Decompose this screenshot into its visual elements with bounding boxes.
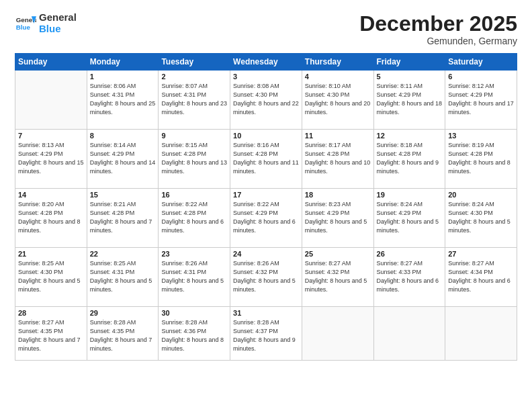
calendar-cell: 3Sunrise: 8:08 AMSunset: 4:30 PMDaylight… [230, 71, 302, 130]
calendar-cell: 8Sunrise: 8:14 AMSunset: 4:29 PMDaylight… [87, 130, 159, 189]
day-number: 17 [233, 191, 299, 199]
calendar-cell: 23Sunrise: 8:26 AMSunset: 4:31 PMDayligh… [159, 248, 230, 307]
day-info: Sunrise: 8:26 AMSunset: 4:32 PMDaylight:… [233, 259, 299, 294]
day-number: 14 [18, 191, 84, 199]
calendar-cell [302, 307, 373, 361]
calendar-cell: 7Sunrise: 8:13 AMSunset: 4:29 PMDaylight… [15, 130, 87, 189]
day-info: Sunrise: 8:08 AMSunset: 4:30 PMDaylight:… [233, 82, 299, 117]
day-number: 19 [377, 191, 443, 199]
calendar-cell: 2Sunrise: 8:07 AMSunset: 4:31 PMDaylight… [159, 71, 230, 130]
day-info: Sunrise: 8:12 AMSunset: 4:29 PMDaylight:… [448, 82, 514, 117]
calendar-cell: 28Sunrise: 8:27 AMSunset: 4:35 PMDayligh… [15, 307, 87, 361]
day-info: Sunrise: 8:25 AMSunset: 4:30 PMDaylight:… [18, 259, 84, 294]
day-info: Sunrise: 8:28 AMSunset: 4:36 PMDaylight:… [161, 318, 227, 353]
day-info: Sunrise: 8:16 AMSunset: 4:28 PMDaylight:… [233, 141, 299, 176]
day-number: 6 [448, 73, 514, 81]
day-number: 1 [90, 73, 156, 81]
day-info: Sunrise: 8:24 AMSunset: 4:30 PMDaylight:… [448, 200, 514, 235]
day-info: Sunrise: 8:14 AMSunset: 4:29 PMDaylight:… [90, 141, 156, 176]
calendar-day-header: Sunday [15, 54, 87, 71]
day-info: Sunrise: 8:28 AMSunset: 4:35 PMDaylight:… [90, 318, 156, 353]
day-number: 4 [305, 73, 371, 81]
day-info: Sunrise: 8:18 AMSunset: 4:28 PMDaylight:… [377, 141, 443, 176]
logo-blue: Blue [39, 24, 77, 35]
calendar-table: SundayMondayTuesdayWednesdayThursdayFrid… [15, 53, 517, 361]
calendar-cell: 27Sunrise: 8:27 AMSunset: 4:34 PMDayligh… [445, 248, 517, 307]
day-number: 23 [161, 250, 227, 258]
day-number: 2 [161, 73, 227, 81]
day-info: Sunrise: 8:25 AMSunset: 4:31 PMDaylight:… [90, 259, 156, 294]
calendar-week-row: 21Sunrise: 8:25 AMSunset: 4:30 PMDayligh… [15, 248, 517, 307]
logo-icon: General Blue [15, 13, 36, 34]
day-number: 27 [448, 250, 514, 258]
day-info: Sunrise: 8:11 AMSunset: 4:29 PMDaylight:… [377, 82, 443, 117]
page: General Blue General Blue December 2025 … [0, 0, 532, 411]
day-number: 21 [18, 250, 84, 258]
day-info: Sunrise: 8:20 AMSunset: 4:28 PMDaylight:… [18, 200, 84, 235]
calendar-cell: 14Sunrise: 8:20 AMSunset: 4:28 PMDayligh… [15, 189, 87, 248]
calendar-day-header: Thursday [302, 54, 373, 71]
calendar-cell: 15Sunrise: 8:21 AMSunset: 4:28 PMDayligh… [87, 189, 159, 248]
day-info: Sunrise: 8:28 AMSunset: 4:37 PMDaylight:… [233, 318, 299, 353]
day-number: 9 [161, 132, 227, 140]
calendar-day-header: Saturday [445, 54, 517, 71]
day-number: 8 [90, 132, 156, 140]
month-title: December 2025 [359, 12, 517, 36]
day-info: Sunrise: 8:23 AMSunset: 4:29 PMDaylight:… [305, 200, 371, 235]
calendar-cell: 12Sunrise: 8:18 AMSunset: 4:28 PMDayligh… [373, 130, 445, 189]
day-number: 16 [161, 191, 227, 199]
day-number: 5 [377, 73, 443, 81]
day-number: 28 [18, 309, 84, 317]
header: General Blue General Blue December 2025 … [15, 12, 517, 46]
calendar-cell: 20Sunrise: 8:24 AMSunset: 4:30 PMDayligh… [445, 189, 517, 248]
calendar-cell: 10Sunrise: 8:16 AMSunset: 4:28 PMDayligh… [230, 130, 302, 189]
calendar-cell: 16Sunrise: 8:22 AMSunset: 4:28 PMDayligh… [159, 189, 230, 248]
day-number: 15 [90, 191, 156, 199]
day-number: 29 [90, 309, 156, 317]
calendar-day-header: Wednesday [230, 54, 302, 71]
day-info: Sunrise: 8:13 AMSunset: 4:29 PMDaylight:… [18, 141, 84, 176]
title-block: December 2025 Gemunden, Germany [359, 12, 517, 46]
calendar-cell: 9Sunrise: 8:15 AMSunset: 4:28 PMDaylight… [159, 130, 230, 189]
day-info: Sunrise: 8:21 AMSunset: 4:28 PMDaylight:… [90, 200, 156, 235]
day-number: 11 [305, 132, 371, 140]
calendar-cell: 22Sunrise: 8:25 AMSunset: 4:31 PMDayligh… [87, 248, 159, 307]
day-number: 13 [448, 132, 514, 140]
location: Gemunden, Germany [359, 36, 517, 46]
day-number: 31 [233, 309, 299, 317]
day-info: Sunrise: 8:22 AMSunset: 4:29 PMDaylight:… [233, 200, 299, 235]
day-info: Sunrise: 8:26 AMSunset: 4:31 PMDaylight:… [161, 259, 227, 294]
day-number: 12 [377, 132, 443, 140]
day-info: Sunrise: 8:24 AMSunset: 4:29 PMDaylight:… [377, 200, 443, 235]
day-number: 30 [161, 309, 227, 317]
logo: General Blue General Blue [15, 12, 77, 34]
calendar-cell [445, 307, 517, 361]
calendar-cell: 24Sunrise: 8:26 AMSunset: 4:32 PMDayligh… [230, 248, 302, 307]
day-number: 26 [377, 250, 443, 258]
calendar-week-row: 1Sunrise: 8:06 AMSunset: 4:31 PMDaylight… [15, 71, 517, 130]
day-info: Sunrise: 8:17 AMSunset: 4:28 PMDaylight:… [305, 141, 371, 176]
day-number: 20 [448, 191, 514, 199]
day-info: Sunrise: 8:27 AMSunset: 4:34 PMDaylight:… [448, 259, 514, 294]
calendar-day-header: Monday [87, 54, 159, 71]
calendar-cell: 26Sunrise: 8:27 AMSunset: 4:33 PMDayligh… [373, 248, 445, 307]
calendar-cell [373, 307, 445, 361]
calendar-week-row: 28Sunrise: 8:27 AMSunset: 4:35 PMDayligh… [15, 307, 517, 361]
day-number: 3 [233, 73, 299, 81]
day-info: Sunrise: 8:22 AMSunset: 4:28 PMDaylight:… [161, 200, 227, 235]
calendar-cell: 21Sunrise: 8:25 AMSunset: 4:30 PMDayligh… [15, 248, 87, 307]
calendar-cell: 1Sunrise: 8:06 AMSunset: 4:31 PMDaylight… [87, 71, 159, 130]
day-info: Sunrise: 8:27 AMSunset: 4:32 PMDaylight:… [305, 259, 371, 294]
calendar-cell: 29Sunrise: 8:28 AMSunset: 4:35 PMDayligh… [87, 307, 159, 361]
calendar-day-header: Friday [373, 54, 445, 71]
day-number: 7 [18, 132, 84, 140]
day-info: Sunrise: 8:27 AMSunset: 4:33 PMDaylight:… [377, 259, 443, 294]
day-info: Sunrise: 8:10 AMSunset: 4:30 PMDaylight:… [305, 82, 371, 117]
calendar-cell: 17Sunrise: 8:22 AMSunset: 4:29 PMDayligh… [230, 189, 302, 248]
calendar-cell: 11Sunrise: 8:17 AMSunset: 4:28 PMDayligh… [302, 130, 373, 189]
calendar-cell: 25Sunrise: 8:27 AMSunset: 4:32 PMDayligh… [302, 248, 373, 307]
svg-text:Blue: Blue [16, 23, 31, 30]
day-info: Sunrise: 8:07 AMSunset: 4:31 PMDaylight:… [161, 82, 227, 117]
day-info: Sunrise: 8:27 AMSunset: 4:35 PMDaylight:… [18, 318, 84, 353]
logo-general: General [39, 12, 77, 24]
